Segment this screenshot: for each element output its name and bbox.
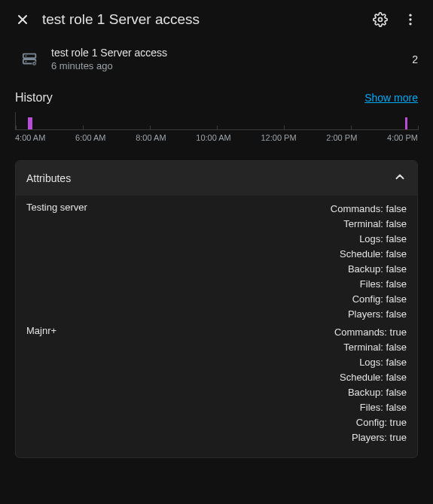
attribute-line: Backup: false [56,385,407,400]
attribute-line: Schedule: false [56,370,407,385]
attributes-title: Attributes [26,172,71,184]
history-bar [405,117,407,129]
attribute-line: Backup: false [87,262,407,277]
timeline-tick-label: 8:00 AM [136,133,166,142]
show-more-link[interactable]: Show more [364,92,418,104]
close-icon [15,12,30,27]
svg-point-9 [26,60,27,62]
attribute-group: Majnr+Commands: trueTerminal: falseLogs:… [26,325,407,445]
attributes-toggle[interactable]: Attributes [16,161,417,196]
timeline-tick-label: 2:00 PM [326,133,357,142]
more-button[interactable] [401,11,419,29]
attribute-line: Schedule: false [87,247,407,262]
attribute-values: Commands: trueTerminal: falseLogs: false… [56,325,407,445]
timeline-tick-label: 12:00 PM [261,133,297,142]
attribute-line: Commands: false [87,202,407,217]
history-timeline[interactable]: 4:00 AM6:00 AM8:00 AM10:00 AM12:00 PM2:0… [0,112,433,150]
attribute-name: Testing server [26,202,87,213]
attribute-line: Players: true [56,430,407,445]
entity-subtitle: 6 minutes ago [51,60,400,71]
attribute-line: Logs: false [56,355,407,370]
attribute-line: Config: true [56,415,407,430]
history-bar [28,117,32,129]
entity-count: 2 [412,53,418,65]
page-title: test role 1 Server access [42,11,361,28]
attribute-values: Commands: falseTerminal: falseLogs: fals… [87,202,407,322]
attribute-line: Files: false [87,277,407,292]
svg-point-3 [409,14,411,17]
close-button[interactable] [14,11,32,29]
attribute-line: Commands: true [56,325,407,340]
more-vertical-icon [403,12,418,27]
svg-point-5 [409,23,411,25]
svg-point-8 [26,55,27,56]
attribute-name: Majnr+ [26,325,56,336]
settings-button[interactable] [371,11,389,29]
svg-point-4 [409,18,411,20]
svg-point-2 [379,18,383,22]
timeline-tick-label: 10:00 AM [196,133,230,142]
timeline-tick-label: 4:00 PM [387,133,418,142]
chevron-up-icon [393,170,407,187]
server-icon [21,50,39,68]
attribute-line: Config: false [87,292,407,307]
entity-title: test role 1 Server access [51,47,400,59]
entity-info-row: test role 1 Server access 6 minutes ago … [0,39,433,79]
history-title: History [15,91,53,105]
attribute-line: Players: false [87,307,407,322]
timeline-tick-label: 6:00 AM [75,133,105,142]
attribute-line: Terminal: false [87,217,407,232]
attribute-group: Testing serverCommands: falseTerminal: f… [26,202,407,322]
attribute-line: Files: false [56,400,407,415]
attributes-panel: Attributes Testing serverCommands: false… [15,160,418,458]
attribute-line: Terminal: false [56,340,407,355]
svg-rect-6 [23,53,36,58]
attribute-line: Logs: false [87,232,407,247]
timeline-tick-label: 4:00 AM [15,133,45,142]
gear-icon [373,12,388,27]
